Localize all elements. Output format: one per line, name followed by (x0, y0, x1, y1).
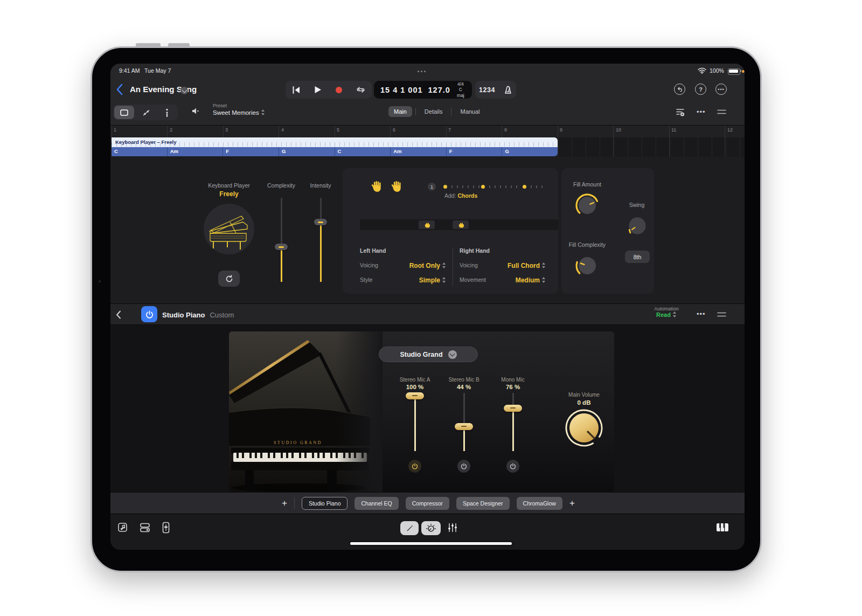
tempo-value[interactable]: 127.0 (428, 86, 450, 94)
strip-more-icon[interactable]: ••• (697, 310, 706, 318)
strip-resize-icon[interactable] (717, 312, 726, 317)
complexity-slider-handle[interactable] (275, 244, 288, 250)
tab-details[interactable]: Details (419, 106, 448, 117)
pattern-badge[interactable]: 1 (428, 183, 436, 191)
chord-cell[interactable]: Am (391, 147, 447, 156)
count-in-button[interactable]: 1234 (479, 86, 495, 94)
play-button[interactable] (314, 86, 322, 94)
loop-browser-icon[interactable] (117, 522, 129, 534)
resize-handle-icon[interactable] (717, 109, 726, 114)
session-player-tool-button[interactable] (157, 105, 178, 120)
left-hand-icon[interactable] (370, 179, 384, 193)
chord-cell[interactable]: G (502, 147, 558, 156)
multitask-dots-icon[interactable] (418, 71, 426, 72)
keyboard-icon[interactable] (716, 523, 729, 532)
plugin-power-button[interactable] (141, 306, 157, 322)
tab-manual[interactable]: Manual (455, 106, 485, 117)
chord-cell[interactable]: F (447, 147, 503, 156)
collapse-chevron-button[interactable] (116, 310, 121, 319)
mic-a-fader-handle[interactable] (406, 392, 424, 399)
right-hand-position[interactable] (453, 220, 469, 229)
back-chevron-button[interactable] (116, 84, 123, 95)
chain-item-studio-piano[interactable]: Studio Piano (302, 497, 348, 510)
speaker-icon[interactable] (191, 107, 201, 115)
patch-chevron-icon (448, 350, 457, 359)
mic-b-fader-handle[interactable] (455, 423, 473, 430)
automation-label: Automation (645, 306, 688, 312)
record-button[interactable] (335, 86, 343, 94)
rh-voicing-selector[interactable]: Full Chord (508, 260, 546, 270)
chain-item-channel-eq[interactable]: Channel EQ (354, 497, 398, 510)
main-volume-value[interactable]: 0 dB (557, 399, 611, 406)
rh-movement-selector[interactable]: Medium (516, 275, 546, 285)
lcd-display[interactable]: 15 4 1 001 127.0 4/4 C maj (374, 81, 472, 99)
chain-item-chromaglow[interactable]: ChromaGlow (517, 497, 562, 510)
bar-number: 6 (393, 127, 395, 133)
patch-name: Studio Grand (400, 351, 442, 358)
left-hand-position[interactable] (419, 220, 435, 229)
chord-track[interactable]: C Am F G C Am F G (112, 147, 558, 156)
mono-mic-value[interactable]: 76 % (486, 384, 540, 390)
region-tool-button[interactable] (114, 106, 134, 119)
rh-voicing-row: Voicing Full Chord (460, 260, 546, 270)
pencil-tool-button[interactable] (400, 521, 419, 535)
cycle-button[interactable] (356, 86, 365, 94)
song-menu-chevron-icon[interactable] (180, 87, 188, 94)
lh-voicing-selector[interactable]: Root Only (409, 260, 446, 270)
mic-b-value[interactable]: 44 % (437, 384, 491, 390)
automation-tool-button[interactable] (135, 105, 156, 120)
mixer-icon[interactable] (447, 522, 458, 533)
patch-selector[interactable]: Studio Grand (379, 347, 478, 362)
keyboard-player-artwork[interactable] (204, 204, 254, 254)
signature-key[interactable]: 4/4 C maj (456, 81, 465, 99)
undo-button[interactable] (674, 84, 685, 95)
more-options-button[interactable]: ••• (715, 84, 727, 95)
automation-control[interactable]: Automation Read (645, 306, 688, 318)
chord-cell[interactable]: C (335, 147, 391, 156)
preset-selector[interactable]: Sweet Memories (213, 109, 265, 116)
smart-controls-button[interactable] (421, 521, 441, 535)
metronome-icon[interactable] (504, 86, 512, 94)
mic-b-power-button[interactable] (457, 460, 470, 473)
lh-style-selector[interactable]: Simple (419, 275, 446, 285)
swing-knob[interactable] (625, 213, 650, 238)
region-settings-icon[interactable] (675, 107, 686, 117)
lh-style-row: Style Simple (360, 275, 446, 285)
fill-complexity-knob[interactable] (574, 252, 601, 279)
chord-cell[interactable]: G (279, 147, 335, 156)
chord-cell[interactable]: Am (168, 147, 224, 156)
track-name[interactable]: Studio Piano (162, 311, 205, 319)
go-to-beginning-button[interactable] (292, 86, 301, 94)
channel-strip-icon[interactable] (161, 521, 171, 534)
fill-complexity-label: Fill Complexity (561, 241, 613, 248)
swing-rate-button[interactable]: 8th (625, 251, 650, 263)
intensity-slider-handle[interactable] (314, 219, 327, 225)
chord-cell[interactable]: F (223, 147, 279, 156)
mic-a-power-button[interactable] (408, 460, 421, 473)
add-plugin-button-right[interactable]: + (569, 498, 575, 509)
session-region[interactable]: Keyboard Player – Freely (112, 137, 558, 147)
add-chords-control[interactable]: Add: Chords (444, 192, 477, 199)
mono-mic-fader-handle[interactable] (504, 405, 522, 412)
plugins-icon[interactable] (139, 522, 151, 534)
hand-range-bar[interactable] (360, 219, 558, 230)
player-mode-value[interactable]: Freely (197, 190, 261, 198)
chord-cell[interactable]: C (112, 147, 168, 156)
main-volume-knob[interactable] (564, 407, 604, 448)
add-plugin-button-left[interactable]: + (282, 498, 287, 509)
right-hand-icon[interactable] (390, 179, 404, 193)
mono-mic-label: Mono Mic (486, 377, 540, 383)
regenerate-button[interactable] (218, 271, 240, 287)
mono-mic-power-button[interactable] (506, 460, 519, 473)
toolbar-more-icon[interactable]: ••• (697, 108, 706, 116)
chain-item-space-designer[interactable]: Space Designer (456, 497, 510, 510)
help-button[interactable]: ? (695, 84, 706, 95)
tab-main[interactable]: Main (388, 106, 412, 117)
bar-ruler[interactable]: 1 2 3 4 5 6 7 8 9 10 11 12 (110, 125, 745, 137)
fill-amount-knob[interactable] (574, 192, 601, 219)
chain-item-compressor[interactable]: Compressor (406, 497, 449, 510)
plugin-strip-header: Studio Piano Custom Automation Read ••• (110, 303, 745, 325)
playhead-position[interactable]: 15 4 1 001 (380, 86, 423, 94)
home-indicator[interactable] (350, 542, 512, 545)
mic-a-value[interactable]: 100 % (388, 384, 442, 390)
